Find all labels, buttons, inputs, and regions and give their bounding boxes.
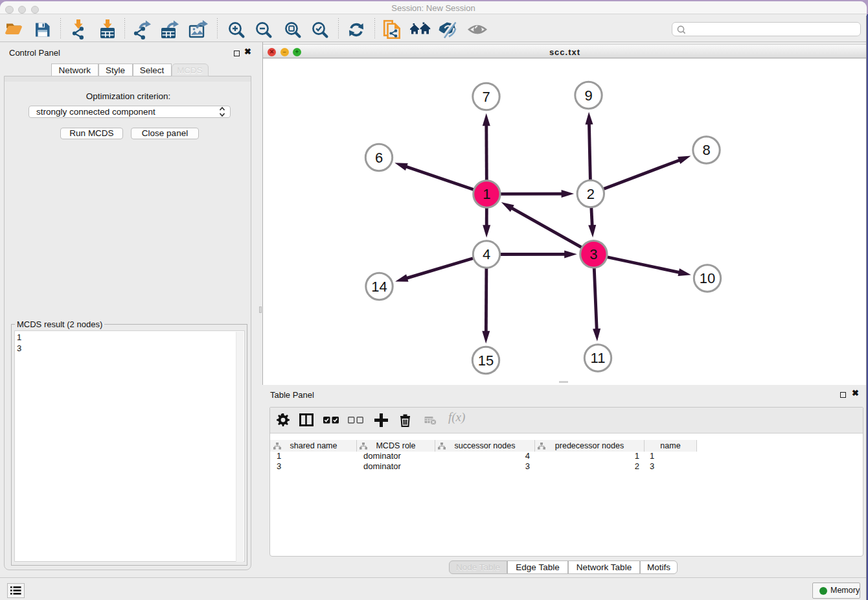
svg-text:3: 3 <box>589 246 597 262</box>
svg-text:10: 10 <box>700 270 715 286</box>
svg-text:1: 1 <box>483 186 490 202</box>
svg-text:11: 11 <box>591 350 606 366</box>
svg-text:8: 8 <box>702 142 710 158</box>
svg-text:14: 14 <box>371 279 387 295</box>
svg-text:7: 7 <box>482 89 490 105</box>
svg-text:9: 9 <box>584 87 592 104</box>
svg-text:6: 6 <box>375 150 383 166</box>
svg-text:15: 15 <box>478 352 494 369</box>
svg-text:2: 2 <box>587 186 595 202</box>
svg-text:4: 4 <box>483 246 490 262</box>
